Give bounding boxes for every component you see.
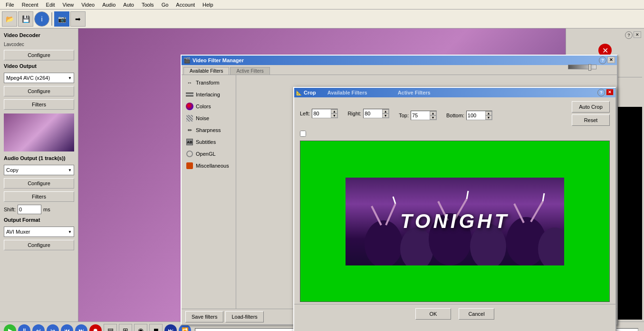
crop-top-input[interactable]	[411, 111, 429, 120]
auto-crop-button[interactable]: Auto Crop	[572, 101, 610, 113]
volume-slider[interactable]	[568, 65, 596, 69]
filter-item-miscellaneous[interactable]: Miscellaneous	[183, 160, 234, 171]
crop-right-spinbox[interactable]: ▲ ▼	[363, 109, 389, 118]
menu-tools[interactable]: Tools	[138, 1, 158, 9]
snapshot-button[interactable]: 📷	[54, 11, 69, 27]
end-button[interactable]: ⏭	[164, 324, 177, 331]
crop-top-spin-buttons: ▲ ▼	[430, 111, 436, 120]
crop-titlebar: 📐 Crop Available Filters Active Filters …	[294, 88, 615, 97]
menu-account[interactable]: Account	[172, 1, 199, 9]
save-video-button[interactable]: ➡	[70, 11, 86, 27]
interlacing-icon	[185, 90, 194, 99]
output-format-dropdown[interactable]: AVI Muxer ▼	[4, 227, 74, 237]
filter-sidebar: ↔ Transform	[182, 75, 236, 309]
next-frame-button[interactable]: ⏭	[75, 324, 87, 331]
save-filters-button[interactable]: Save filters	[185, 311, 223, 322]
crop-bottom-spinbox[interactable]: ▲ ▼	[466, 111, 492, 120]
configure-video-output-button[interactable]: Configure	[4, 86, 74, 96]
nav-btn-1[interactable]: ▤	[104, 324, 117, 331]
menu-go[interactable]: Go	[158, 1, 173, 9]
right-close-icon[interactable]: ✕	[634, 31, 641, 38]
crop-bottom-label: Bottom:	[446, 113, 464, 118]
crop-left-spin-up[interactable]: ▲	[331, 109, 337, 113]
right-help-icon[interactable]: ?	[625, 31, 633, 39]
menu-edit[interactable]: Edit	[42, 1, 59, 9]
menu-recent[interactable]: Recent	[18, 1, 42, 9]
menu-video[interactable]: Video	[77, 1, 98, 9]
filters-audio-button[interactable]: Filters	[4, 191, 74, 202]
configure-video-decoder-button[interactable]: Configure	[4, 50, 74, 60]
configure-audio-button[interactable]: Configure	[4, 178, 74, 189]
video-decoder-title: Video Decoder	[4, 32, 74, 38]
crop-checkbox[interactable]	[300, 131, 306, 137]
ok-button[interactable]: OK	[415, 308, 451, 320]
rewind-button[interactable]: ↩	[32, 324, 45, 331]
vfm-main-content: 📐 Crop Available Filters Active Filters …	[236, 75, 617, 309]
crop-bottom-spin-up[interactable]: ▲	[485, 111, 492, 115]
load-filters-button[interactable]: Load-filters	[225, 311, 263, 322]
filter-label-subtitles: Subtitles	[196, 139, 216, 145]
menu-auto[interactable]: Auto	[119, 1, 138, 9]
save-button[interactable]: 💾	[18, 11, 33, 27]
crop-right-spin-up[interactable]: ▲	[382, 109, 389, 113]
forward-button[interactable]: ↪	[47, 324, 59, 331]
shift-input[interactable]: 0	[18, 205, 41, 214]
vfm-left-buttons: Save filters Load-filters	[185, 311, 264, 322]
nav-btn-3[interactable]: ◉	[134, 324, 147, 331]
vfm-close-button[interactable]: ✕	[607, 57, 615, 63]
filter-item-subtitles[interactable]: AB Subtitles	[183, 136, 234, 148]
vfm-dialog: 🎬 Video Filter Manager ? ✕ Available Fil…	[181, 55, 618, 325]
configure-output-button[interactable]: Configure	[4, 240, 74, 250]
prev-frame-button[interactable]: ⏮	[61, 324, 73, 331]
nav-btn-2[interactable]: ⊞	[119, 324, 132, 331]
pause-button[interactable]: ⏸	[18, 324, 30, 331]
output-format-title: Output Format	[4, 217, 74, 223]
record-button[interactable]: ⏺	[89, 324, 102, 331]
video-output-dropdown[interactable]: Mpeg4 AVC (x264) ▼	[4, 73, 74, 83]
menu-audio[interactable]: Audio	[98, 1, 119, 9]
tab-active-filters[interactable]: Active Filters	[230, 67, 269, 75]
toolbar-separator	[51, 12, 52, 26]
vfm-controls: ? ✕	[599, 57, 615, 64]
menu-view[interactable]: View	[59, 1, 78, 9]
filter-item-colors[interactable]: Colors	[183, 101, 234, 112]
reset-button[interactable]: Reset	[572, 114, 610, 126]
vfm-help-button[interactable]: ?	[599, 57, 606, 64]
tab-available-filters[interactable]: Available Filters	[183, 67, 229, 75]
filter-item-sharpness[interactable]: ✏ Sharpness	[183, 124, 234, 136]
crop-left-input[interactable]	[312, 109, 330, 118]
crop-preview: TONIGHT	[300, 141, 610, 302]
crop-top-spin-up[interactable]: ▲	[430, 111, 436, 115]
crop-top-spin-down[interactable]: ▼	[430, 115, 436, 120]
crop-right-spin-down[interactable]: ▼	[382, 113, 389, 118]
filter-item-transform[interactable]: ↔ Transform	[183, 77, 234, 88]
menu-file[interactable]: File	[2, 1, 18, 9]
crop-bottom-input[interactable]	[467, 111, 485, 120]
crop-bottom-spin-down[interactable]: ▼	[485, 115, 492, 120]
crop-close-button[interactable]: ✕	[606, 89, 614, 95]
cancel-button[interactable]: Cancel	[459, 308, 494, 320]
audio-copy-dropdown[interactable]: Copy ▼	[4, 165, 74, 175]
crop-help-button[interactable]: ?	[597, 89, 605, 96]
crop-right-input[interactable]	[364, 109, 382, 118]
menu-bar: File Recent Edit View Video Audio Auto T…	[0, 0, 644, 9]
crop-left-spin-down[interactable]: ▼	[331, 113, 337, 118]
nav-btn-4[interactable]: ⏹	[149, 324, 163, 331]
shift-row: Shift: 0 ms	[4, 205, 74, 214]
menu-help[interactable]: Help	[199, 1, 217, 9]
loop-button[interactable]: 🔁	[179, 324, 191, 331]
filter-item-noise[interactable]: Noise	[183, 113, 234, 124]
play-button[interactable]: ▶	[4, 324, 16, 331]
filter-item-interlacing[interactable]: Interlacing	[183, 89, 234, 100]
open-button[interactable]: 📂	[2, 11, 17, 27]
svg-point-0	[365, 220, 403, 265]
miscellaneous-icon	[185, 161, 194, 170]
crop-action-buttons: Auto Crop Reset	[572, 101, 610, 126]
filters-video-button[interactable]: Filters	[4, 99, 74, 110]
sharpness-icon: ✏	[185, 126, 194, 134]
crop-left-spinbox[interactable]: ▲ ▼	[312, 109, 338, 118]
crop-top-spinbox[interactable]: ▲ ▼	[411, 111, 437, 120]
filter-item-opengl[interactable]: OpenGL	[183, 148, 234, 160]
crop-video-content: TONIGHT	[346, 178, 564, 265]
info-button[interactable]: i	[34, 11, 49, 27]
